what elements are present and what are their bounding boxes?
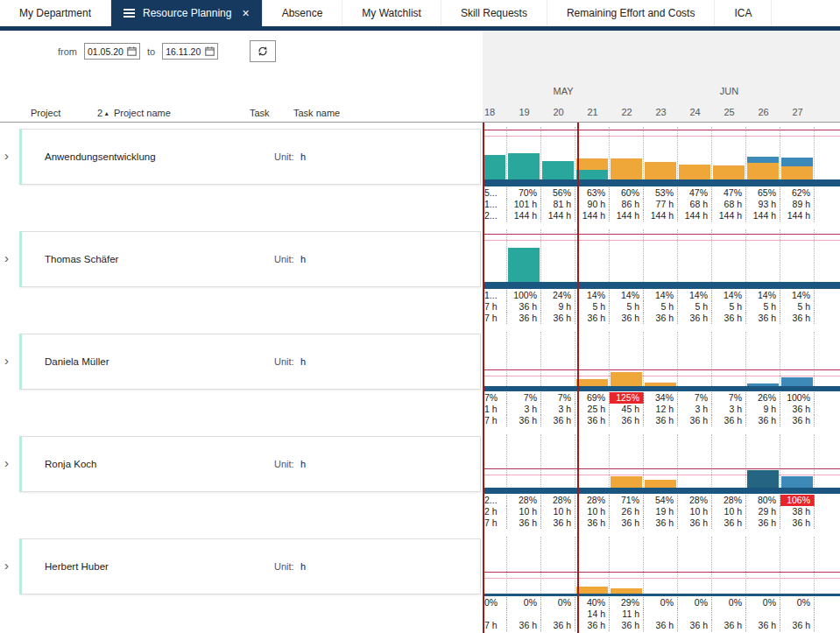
- tab-resource-planning[interactable]: Resource Planning×: [111, 0, 263, 26]
- capacity-line: [483, 234, 840, 235]
- week-label: 19: [507, 102, 541, 123]
- expand-chevron-icon[interactable]: ›: [4, 355, 9, 367]
- load-percent-cell: 0%: [746, 597, 780, 608]
- capacity-hours-cell: 36 h: [610, 517, 644, 529]
- capacity-hours-cells-row: 2...144 h144 h144 h144 h144 h144 h144 h1…: [483, 210, 840, 222]
- from-date-input[interactable]: 01.05.20: [84, 43, 140, 60]
- unit-label: Unit:: [274, 254, 294, 264]
- planned-hours-cell: [541, 608, 575, 620]
- tab-label: My Watchlist: [362, 7, 421, 19]
- capacity-hours-cell: 36 h: [644, 620, 678, 631]
- load-percent-cell: 24%: [541, 290, 575, 301]
- week-gridline: [541, 229, 575, 289]
- resource-card[interactable]: AnwendungsentwicklungUnit:h: [19, 129, 481, 185]
- tab-skill-requests[interactable]: Skill Requests: [441, 0, 547, 26]
- resource-name: Thomas Schäfer: [45, 254, 118, 264]
- load-percent-cell: 7%: [483, 392, 507, 404]
- planned-hours-cells-row: 1...101 h81 h90 h86 h77 h68 h68 h93 h89 …: [483, 199, 840, 210]
- load-bar: [611, 476, 642, 488]
- period-start-line: [483, 123, 484, 633]
- col-header-project-name[interactable]: Project name: [114, 108, 171, 118]
- expand-chevron-icon[interactable]: ›: [4, 457, 9, 469]
- load-chart: [483, 229, 840, 289]
- week-gridline: [575, 434, 610, 494]
- timeline-row: 5...70%56%63%60%53%47%47%65%62%1...101 h…: [483, 127, 840, 229]
- load-percent-cell: 71%: [610, 495, 644, 506]
- week-label: 23: [644, 102, 678, 123]
- today-line: [577, 123, 579, 633]
- close-icon[interactable]: ×: [242, 7, 249, 19]
- week-gridline: [541, 434, 575, 494]
- col-header-task-name[interactable]: Task name: [293, 108, 340, 118]
- to-date-value: 16.11.20: [166, 46, 201, 57]
- planned-hours-cell: 90 h: [575, 199, 610, 210]
- capacity-hours-cell: 36 h: [610, 620, 644, 631]
- capacity-hours-cell: 36 h: [507, 415, 541, 426]
- load-percent-cell: 0%: [644, 597, 678, 608]
- tab-my-department[interactable]: My Department: [0, 0, 111, 26]
- planned-hours-cell: 36 h: [780, 404, 815, 415]
- load-percent-cell: 5...: [483, 187, 507, 199]
- expand-chevron-icon[interactable]: ›: [4, 252, 9, 264]
- capacity-hours-cell: 36 h: [712, 313, 746, 324]
- timeline-row: 7%7%7%69%125%34%7%7%26%100%1 h3 h3 h25 h…: [483, 332, 840, 434]
- expand-chevron-icon[interactable]: ›: [4, 559, 9, 572]
- load-percent-cell: 70%: [507, 187, 541, 199]
- tab-absence[interactable]: Absence: [263, 0, 343, 26]
- week-label: 22: [610, 102, 644, 123]
- resource-card[interactable]: Herbert HuberUnit:h: [19, 538, 481, 594]
- load-percent-cell: 28%: [575, 495, 610, 506]
- week-gridline: [678, 537, 712, 596]
- resource-card[interactable]: Thomas SchäferUnit:h: [19, 231, 481, 287]
- week-label: 20: [541, 102, 575, 123]
- col-header-project[interactable]: Project: [31, 108, 60, 118]
- tab-remaining-effort-and-costs[interactable]: Remaining Effort and Costs: [547, 0, 716, 26]
- load-percent-cells-row: 2...28%28%28%71%54%28%28%80%106%: [483, 495, 840, 506]
- sort-indicator[interactable]: 2▲: [97, 108, 109, 118]
- col-header-task[interactable]: Task: [250, 108, 270, 118]
- capacity-hours-cell: 36 h: [541, 313, 575, 324]
- resource-row: ›Thomas SchäferUnit:h: [0, 229, 483, 332]
- planned-hours-cell: 29 h: [746, 506, 780, 517]
- calendar-icon[interactable]: [205, 46, 215, 56]
- tab-ica[interactable]: ICA: [715, 0, 772, 26]
- planned-hours-cell: 5 h: [678, 301, 712, 313]
- planned-hours-cell: 89 h: [780, 199, 815, 210]
- orange-bar-segment: [611, 476, 642, 488]
- load-percent-cell: 28%: [507, 495, 541, 506]
- resource-card[interactable]: Ronja KochUnit:h: [19, 436, 481, 492]
- calendar-icon[interactable]: [127, 46, 137, 56]
- capacity-hours-cell: 144 h: [610, 210, 644, 222]
- tab-my-watchlist[interactable]: My Watchlist: [342, 0, 441, 26]
- unit-value: h: [300, 356, 306, 367]
- week-gridline: [746, 537, 780, 596]
- refresh-button[interactable]: [250, 40, 276, 62]
- load-bar: [508, 153, 540, 179]
- capacity-hours-cell: 36 h: [575, 620, 610, 631]
- base-load-band: [483, 282, 840, 289]
- load-percent-cells-row: 1...100%24%14%14%14%14%14%14%14%: [483, 290, 840, 301]
- menu-icon[interactable]: [124, 9, 135, 18]
- load-percent-cells-row: 7%7%7%69%125%34%7%7%26%100%: [483, 392, 840, 404]
- capacity-hours-cell: 36 h: [507, 313, 541, 324]
- blue-bar-segment: [781, 476, 813, 488]
- expand-chevron-icon[interactable]: ›: [4, 150, 9, 162]
- load-percent-cell: 125%: [610, 392, 644, 404]
- planned-hours-cell: 10 h: [575, 506, 610, 517]
- planned-hours-cells-row: 2 h10 h10 h10 h26 h19 h10 h10 h29 h38 h: [483, 506, 840, 517]
- planned-hours-cell: 5 h: [780, 301, 815, 313]
- orange-bar-segment: [576, 379, 608, 386]
- blue-bar-segment: [747, 157, 779, 163]
- capacity-hours-cell: 36 h: [746, 620, 780, 631]
- date-range-controls: from 01.05.20 to 16.11.20: [58, 40, 276, 62]
- resource-card[interactable]: Daniela MüllerUnit:h: [19, 334, 481, 390]
- base-load-band: [483, 179, 840, 186]
- load-percent-cell: 0%: [780, 597, 815, 608]
- capacity-hours-cell: 144 h: [644, 210, 678, 222]
- planned-hours-cell: [780, 608, 815, 620]
- planned-hours-cell: [712, 608, 746, 620]
- load-percent-cell: 14%: [780, 290, 815, 301]
- to-date-input[interactable]: 16.11.20: [162, 43, 218, 60]
- load-chart: [483, 537, 840, 596]
- planned-hours-cell: 68 h: [678, 199, 712, 210]
